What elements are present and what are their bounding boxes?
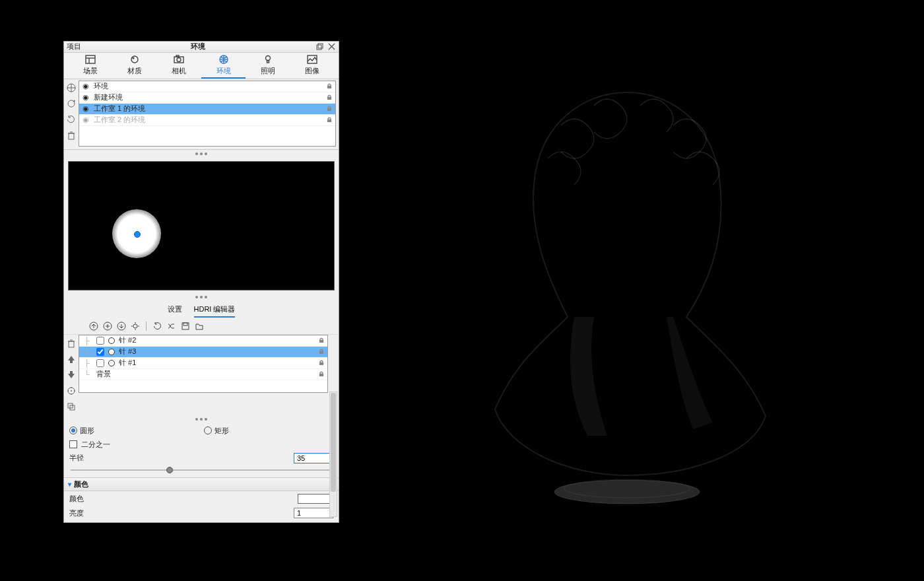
pin-row[interactable]: ├ 针 #2 🔒︎ — [79, 335, 327, 347]
environment-list[interactable]: ◉ 环境 🔒︎ ◉ 新建环境 🔒︎ ◉ 工作室 1 的环境 🔒︎ ◉ 工作室 2… — [79, 81, 336, 147]
tool-sun-icon[interactable] — [129, 321, 141, 332]
environment-panel: 项目 环境 场景 材质 相机 环境 照明 — [63, 41, 339, 523]
hdri-light-center-dot[interactable] — [134, 231, 141, 238]
tool-randomize-icon[interactable] — [166, 321, 177, 332]
env-add-icon[interactable] — [65, 98, 77, 110]
shape-rect-option[interactable]: 矩形 — [204, 426, 229, 436]
lock-icon: 🔒︎ — [326, 116, 333, 123]
pin-list-region: ├ 针 #2 🔒︎ ├ 针 #3 🔒︎ ├ 针 #1 🔒︎ — [64, 335, 339, 415]
tree-connector: ├ — [82, 337, 92, 345]
shape-circle-option[interactable]: 圆形 — [69, 426, 94, 436]
lock-icon: 🔒︎ — [326, 83, 333, 90]
tab-camera[interactable]: 相机 — [157, 54, 201, 79]
env-refresh-icon[interactable] — [65, 114, 77, 125]
pin-up-icon[interactable] — [65, 353, 77, 365]
tab-environment[interactable]: 环境 — [201, 54, 246, 79]
splitter-handle[interactable] — [64, 293, 339, 302]
pin-visibility-checkbox[interactable] — [96, 359, 104, 367]
pin-trash-icon[interactable] — [65, 337, 77, 349]
pin-row[interactable]: ├ 针 #3 🔒︎ — [79, 347, 327, 358]
hdri-preview[interactable] — [68, 161, 335, 290]
pin-label: 针 #3 — [119, 347, 136, 357]
pin-visibility-checkbox[interactable] — [96, 348, 104, 356]
globe-icon: ◉ — [82, 94, 90, 102]
half-checkbox[interactable] — [69, 440, 77, 448]
close-icon[interactable] — [327, 42, 336, 51]
shape-circle-label: 圆形 — [80, 426, 94, 436]
color-label: 颜色 — [69, 494, 84, 504]
pin-side-toolbar — [64, 335, 79, 415]
tree-connector: ├ — [82, 359, 92, 367]
pin-shape-icon — [108, 360, 115, 366]
lock-icon: 🔒︎ — [318, 337, 325, 344]
pin-list[interactable]: ├ 针 #2 🔒︎ ├ 针 #3 🔒︎ ├ 针 #1 🔒︎ — [79, 335, 328, 393]
pin-row[interactable]: ├ 针 #1 🔒︎ — [79, 358, 327, 369]
env-globe-icon[interactable] — [65, 82, 77, 94]
env-row[interactable]: ◉ 工作室 1 的环境 🔒︎ — [79, 104, 335, 115]
env-row[interactable]: ◉ 新建环境 🔒︎ — [79, 92, 335, 104]
color-section-header[interactable]: ▾ 颜色 — [64, 477, 339, 491]
sub-tabs: 设置 HDRI 编辑器 — [64, 302, 339, 319]
radio-icon-checked — [69, 427, 77, 434]
tab-material-label: 材质 — [127, 66, 142, 76]
tab-camera-label: 相机 — [172, 66, 186, 76]
radius-input[interactable] — [294, 453, 333, 463]
svg-point-13 — [265, 55, 270, 60]
tab-lighting-label: 照明 — [261, 66, 275, 76]
scrollbar-thumb[interactable] — [331, 393, 336, 492]
tab-material[interactable]: 材质 — [112, 54, 156, 79]
lock-icon: 🔒︎ — [326, 94, 333, 101]
tab-environment-label: 环境 — [216, 66, 231, 76]
tree-connector: └ — [82, 370, 92, 378]
panel-titlebar: 项目 环境 — [64, 42, 339, 53]
splitter-handle[interactable] — [64, 150, 339, 158]
svg-rect-29 — [69, 341, 74, 347]
splitter-handle[interactable] — [64, 415, 339, 424]
tool-save-icon[interactable] — [180, 321, 191, 332]
pin-target-icon[interactable] — [65, 385, 77, 397]
tab-scene[interactable]: 场景 — [68, 54, 112, 79]
pin-visibility-checkbox[interactable] — [96, 337, 104, 345]
tool-refresh-icon[interactable] — [152, 321, 163, 332]
material-icon — [129, 54, 141, 65]
pin-copy-icon[interactable] — [65, 401, 77, 413]
lock-icon: 🔒︎ — [318, 370, 325, 378]
tool-open-icon[interactable] — [193, 321, 205, 332]
environment-list-region: ◉ 环境 🔒︎ ◉ 新建环境 🔒︎ ◉ 工作室 1 的环境 🔒︎ ◉ 工作室 2… — [64, 79, 339, 150]
tool-add-icon[interactable] — [102, 321, 113, 332]
svg-rect-28 — [183, 323, 187, 325]
titlebar-center-label: 环境 — [81, 42, 315, 51]
tool-import-icon[interactable] — [116, 321, 127, 332]
env-trash-icon[interactable] — [65, 129, 77, 141]
camera-icon — [173, 54, 185, 65]
bust-sculpture-silhouette — [475, 79, 779, 508]
radius-slider[interactable] — [71, 466, 332, 473]
half-label: 二分之一 — [81, 440, 110, 450]
tab-lighting[interactable]: 照明 — [246, 54, 290, 79]
svg-rect-11 — [176, 55, 179, 57]
subtab-hdri[interactable]: HDRI 编辑器 — [194, 304, 236, 318]
env-side-toolbar — [64, 79, 79, 149]
tool-export-icon[interactable] — [88, 321, 99, 332]
svg-rect-3 — [318, 44, 323, 48]
tab-image[interactable]: 图像 — [290, 54, 335, 79]
panel-scrollbar[interactable] — [329, 392, 337, 517]
scene-icon — [84, 54, 96, 65]
pin-row[interactable]: └ 背景 🔒︎ — [79, 369, 327, 380]
lock-icon: 🔒︎ — [326, 105, 333, 112]
color-swatch[interactable] — [298, 494, 333, 504]
svg-rect-2 — [317, 45, 321, 50]
detach-icon[interactable] — [315, 42, 324, 51]
shape-row: 圆形 矩形 — [64, 424, 339, 438]
subtab-settings[interactable]: 设置 — [168, 304, 182, 318]
slider-thumb[interactable] — [166, 467, 173, 473]
env-row[interactable]: ◉ 环境 🔒︎ — [79, 81, 335, 92]
lock-icon: 🔒︎ — [318, 359, 325, 366]
pin-down-icon[interactable] — [65, 369, 77, 381]
brightness-row: 亮度 — [64, 506, 339, 522]
svg-rect-14 — [267, 61, 269, 63]
pin-shape-icon — [108, 337, 115, 344]
tab-scene-label: 场景 — [83, 66, 98, 76]
brightness-input[interactable] — [294, 508, 333, 518]
env-row[interactable]: ◉ 工作室 2 的环境 🔒︎ — [79, 115, 335, 126]
